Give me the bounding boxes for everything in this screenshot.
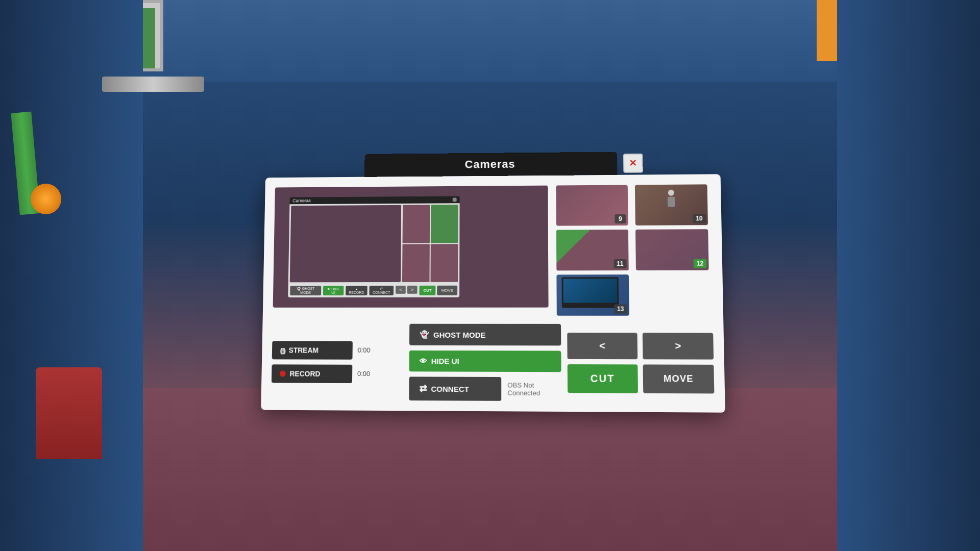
- nested-thumb-3: [402, 244, 430, 282]
- preview-inner: Cameras: [288, 196, 459, 297]
- nested-ghost-btn[interactable]: 👻 GHOST MODE: [290, 286, 321, 295]
- cameras-modal: Cameras Cameras: [261, 151, 725, 413]
- camera-badge-10: 10: [693, 214, 706, 223]
- nested-connect-btn[interactable]: ⇄ CONNECT: [369, 286, 394, 295]
- camera-13-screen: [563, 279, 617, 303]
- camera-thumbnail-9[interactable]: 9: [556, 185, 628, 226]
- ghost-mode-button[interactable]: GHOST MODE: [409, 324, 561, 346]
- top-section: Cameras: [273, 184, 713, 316]
- connect-row: CONNECT OBS Not Connected: [409, 377, 561, 401]
- prev-camera-button[interactable]: <: [567, 333, 638, 359]
- nested-nav: < >: [396, 286, 418, 295]
- camera-badge-13: 13: [614, 305, 627, 314]
- ghost-icon: [420, 330, 429, 339]
- nested-close-dot: [453, 197, 457, 202]
- main-camera-preview: Cameras: [273, 186, 549, 308]
- nested-action-btns: CUT MOVE: [419, 286, 457, 295]
- camera-thumbnail-12[interactable]: 12: [635, 229, 709, 270]
- nested-bottom-controls: 👻 GHOST MODE 👁 HIDE UI ● RECORD ⇄ CONNEC…: [288, 284, 459, 297]
- bg-chair-prop: [36, 367, 102, 459]
- camera-badge-12: 12: [693, 259, 706, 268]
- move-button[interactable]: MOVE: [643, 364, 715, 393]
- nested-title-text: Cameras: [292, 198, 311, 203]
- record-label: RECORD: [289, 369, 320, 378]
- camera-13-monitor: [561, 277, 619, 308]
- stream-row: STREAM 0:00: [272, 341, 403, 360]
- hide-ui-label: HIDE UI: [431, 357, 459, 365]
- camera-badge-11: 11: [614, 259, 627, 268]
- right-controls: < > CUT MOVE: [567, 333, 714, 393]
- bottom-controls: STREAM 0:00 RECORD 0:00 GHOST MODE: [271, 324, 714, 402]
- stream-timer: 0:00: [357, 346, 375, 354]
- nested-thumb-2: [431, 205, 458, 243]
- close-button[interactable]: [623, 154, 643, 173]
- connect-icon: [419, 383, 427, 394]
- record-icon: [280, 370, 286, 377]
- modal-title: Cameras: [465, 158, 516, 170]
- nested-main-view: [290, 205, 401, 282]
- bg-right-wall: [837, 0, 980, 551]
- stream-label: STREAM: [289, 346, 318, 354]
- action-row: CUT MOVE: [568, 364, 715, 393]
- camera-10-figure: [666, 190, 677, 208]
- modal-titlebar: Cameras: [364, 152, 617, 177]
- connect-label: CONNECT: [431, 384, 469, 393]
- nested-hide-btn[interactable]: 👁 HIDE UI: [323, 286, 344, 295]
- nav-row: < >: [567, 333, 714, 359]
- next-camera-button[interactable]: >: [643, 333, 714, 359]
- camera-thumbnail-11[interactable]: 11: [556, 230, 629, 270]
- modal-body: Cameras: [261, 174, 725, 412]
- cut-button[interactable]: CUT: [568, 364, 638, 393]
- camera-thumbnail-10[interactable]: 10: [635, 184, 708, 226]
- nested-thumb-4: [430, 244, 458, 282]
- camera-thumbnail-13[interactable]: 13: [556, 274, 629, 316]
- nested-cameras-ui: Cameras: [288, 196, 459, 297]
- bg-floor: [0, 388, 980, 551]
- camera-thumbnails-grid: 9 10 11 12: [556, 184, 713, 316]
- nested-prev-btn[interactable]: <: [396, 286, 406, 294]
- nested-thumbnails: [402, 205, 458, 282]
- nested-next-btn[interactable]: >: [407, 286, 418, 294]
- nested-cut-btn[interactable]: CUT: [419, 286, 435, 295]
- eye-icon: [420, 357, 427, 365]
- record-button[interactable]: RECORD: [272, 364, 352, 383]
- nested-content: [288, 203, 460, 284]
- record-row: RECORD 0:00: [272, 364, 403, 383]
- camera-badge-9: 9: [615, 214, 626, 223]
- nested-move-btn[interactable]: MOVE: [437, 286, 457, 295]
- left-controls: STREAM 0:00 RECORD 0:00: [272, 341, 403, 383]
- record-timer: 0:00: [357, 370, 375, 378]
- center-controls: GHOST MODE HIDE UI CONNECT OBS Not Conne…: [409, 324, 561, 402]
- ghost-mode-label: GHOST MODE: [433, 330, 486, 339]
- nested-record-btn[interactable]: ● RECORD: [346, 286, 367, 295]
- hide-ui-button[interactable]: HIDE UI: [409, 350, 561, 372]
- obs-status-label: OBS Not Connected: [507, 381, 561, 397]
- bg-lamp-prop: [31, 184, 61, 214]
- connect-button[interactable]: CONNECT: [409, 377, 501, 400]
- bg-light-bar: [102, 77, 204, 92]
- stream-icon: [280, 346, 285, 354]
- stream-button[interactable]: STREAM: [272, 341, 353, 359]
- nested-thumb-1: [402, 205, 430, 243]
